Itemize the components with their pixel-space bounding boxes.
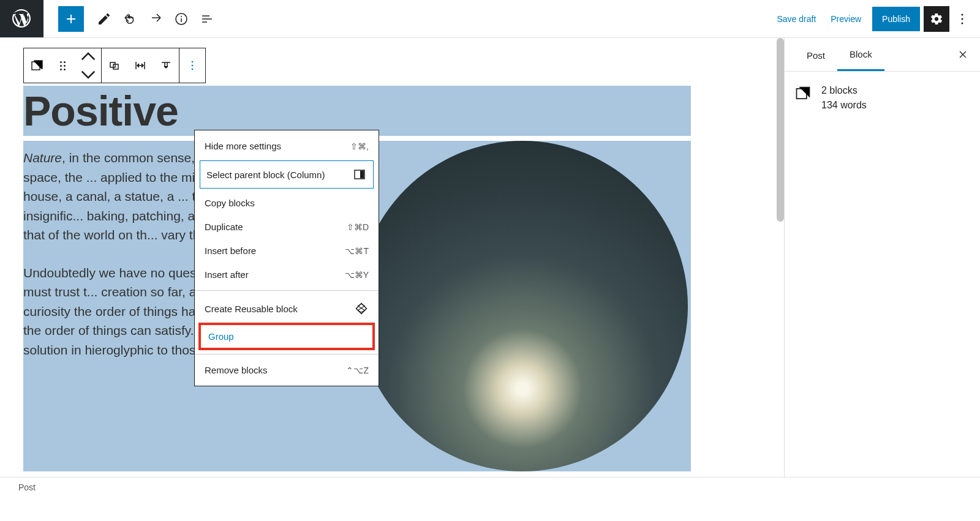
main-area: Positive Nature, in the common sense, ..…: [0, 38, 980, 477]
copy-blocks-item[interactable]: Copy blocks: [195, 191, 379, 215]
heading-block[interactable]: Positive: [23, 87, 690, 135]
shortcut-label: ⇧⌘,: [350, 141, 369, 151]
top-toolbar: Save draft Preview Publish: [0, 0, 980, 38]
insert-after-item[interactable]: Insert after ⌥⌘Y: [195, 263, 379, 287]
vertical-align-button[interactable]: [153, 48, 179, 83]
save-draft-button[interactable]: Save draft: [769, 8, 823, 30]
words-count-label: 134 words: [821, 100, 867, 111]
editor-canvas: Positive Nature, in the common sense, ..…: [0, 38, 784, 477]
column-icon: [352, 167, 367, 182]
insert-before-item[interactable]: Insert before ⌥⌘T: [195, 239, 379, 263]
svg-point-10: [192, 69, 194, 70]
settings-sidebar: Post Block 2 blocks 134 words: [784, 38, 980, 477]
remove-blocks-item[interactable]: Remove blocks ⌃⌥Z: [195, 358, 379, 382]
shortcut-label: ⌥⌘Y: [345, 270, 369, 280]
move-buttons[interactable]: [75, 48, 101, 83]
blocks-count-label: 2 blocks: [821, 85, 867, 96]
redo-button[interactable]: [143, 6, 168, 32]
svg-point-9: [192, 65, 194, 67]
wordpress-logo[interactable]: [0, 0, 43, 37]
shortcut-label: ⇧⌘D: [347, 222, 369, 232]
select-parent-block-item[interactable]: Select parent block (Column): [200, 160, 374, 189]
forest-image: [357, 141, 688, 471]
svg-rect-6: [110, 62, 115, 67]
svg-rect-7: [113, 64, 118, 69]
svg-point-4: [962, 22, 963, 24]
columns-block[interactable]: Positive: [23, 86, 691, 136]
image-column[interactable]: [354, 141, 691, 471]
columns-icon: [794, 85, 812, 102]
duplicate-item[interactable]: Duplicate ⇧⌘D: [195, 215, 379, 239]
info-button[interactable]: [168, 6, 194, 32]
drag-handle[interactable]: [50, 48, 75, 83]
sidebar-tabs: Post Block: [785, 38, 980, 72]
align-button[interactable]: [102, 48, 127, 83]
tab-post[interactable]: Post: [794, 39, 837, 70]
block-panel: 2 blocks 134 words: [785, 72, 980, 124]
close-sidebar-button[interactable]: [956, 47, 970, 62]
group-item[interactable]: Group: [201, 325, 372, 348]
tab-block[interactable]: Block: [837, 38, 884, 71]
shortcut-label: ⌥⌘T: [345, 246, 369, 256]
publish-button[interactable]: Publish: [872, 7, 920, 31]
more-options-button[interactable]: [949, 6, 975, 32]
svg-point-3: [962, 18, 963, 20]
outline-button[interactable]: [194, 6, 220, 32]
hide-more-settings-item[interactable]: Hide more settings ⇧⌘,: [195, 134, 379, 158]
settings-button[interactable]: [924, 6, 949, 32]
block-type-icon[interactable]: [24, 48, 50, 83]
add-block-button[interactable]: [58, 6, 84, 32]
breadcrumb[interactable]: Post: [18, 482, 36, 492]
breadcrumb-bar: Post: [0, 477, 980, 497]
block-toolbar: [23, 48, 206, 83]
group-item-highlight: Group: [198, 323, 375, 350]
create-reusable-block-item[interactable]: Create Reusable block: [195, 294, 379, 323]
reusable-icon: [354, 301, 369, 316]
svg-point-1: [181, 16, 182, 17]
width-button[interactable]: [127, 48, 153, 83]
svg-point-8: [192, 61, 194, 63]
shortcut-label: ⌃⌥Z: [346, 365, 369, 375]
tools-button[interactable]: [91, 6, 117, 32]
undo-button[interactable]: [117, 6, 143, 32]
svg-rect-12: [360, 171, 364, 178]
svg-point-2: [962, 13, 963, 15]
block-more-button[interactable]: [179, 48, 205, 83]
preview-button[interactable]: Preview: [823, 8, 869, 30]
block-options-dropdown: Hide more settings ⇧⌘, Select parent blo…: [194, 130, 379, 386]
scrollbar[interactable]: [777, 38, 784, 222]
